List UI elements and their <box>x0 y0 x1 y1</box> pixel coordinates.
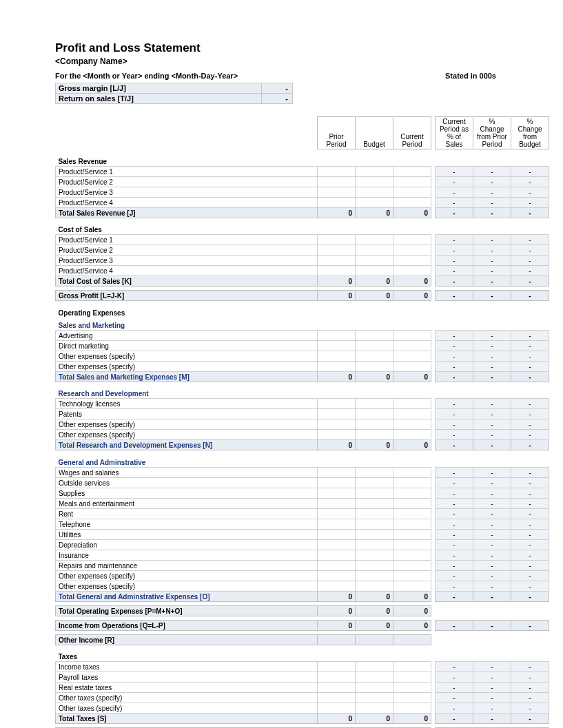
cell: 0 <box>356 714 393 724</box>
cell <box>393 550 431 560</box>
cell <box>356 560 393 570</box>
cell: - <box>511 340 549 351</box>
cell: 0 <box>393 591 431 601</box>
cell: - <box>473 419 511 430</box>
cell: 0 <box>318 291 356 301</box>
cell: 0 <box>318 207 356 218</box>
cell <box>356 467 393 477</box>
cell <box>318 245 356 256</box>
cell <box>393 187 431 197</box>
section-header: Operating Expenses <box>56 305 549 318</box>
row-label: Wages and salaries <box>56 467 318 477</box>
cell <box>393 508 431 519</box>
total-label: Income from Operations [Q=L-P] <box>56 620 318 630</box>
row-label: Utilities <box>56 529 318 539</box>
cell <box>318 683 356 693</box>
cell <box>318 550 356 560</box>
cell <box>393 693 431 703</box>
cell: - <box>473 176 511 187</box>
cell: - <box>436 399 473 409</box>
cell: 0 <box>318 440 356 450</box>
cell <box>356 256 393 266</box>
cell <box>393 498 431 508</box>
col-pct-budget: % Change from Budget <box>511 117 549 149</box>
cell: - <box>473 399 511 409</box>
cell: - <box>436 340 473 351</box>
cell <box>356 683 393 693</box>
period-line: For the <Month or Year> ending <Month-Da… <box>55 72 238 80</box>
cell: - <box>511 166 549 176</box>
row-label: Income taxes <box>56 662 318 672</box>
cell <box>393 488 431 498</box>
cell <box>318 508 356 519</box>
col-pct-sales: Current Period as % of Sales <box>436 117 473 149</box>
cell: - <box>473 467 511 477</box>
cell: - <box>473 508 511 519</box>
cell <box>356 539 393 550</box>
cell: - <box>436 430 473 440</box>
cell: - <box>473 166 511 176</box>
page-title: Profit and Loss Statement <box>55 41 508 55</box>
cell <box>356 409 393 419</box>
cell: - <box>473 560 511 570</box>
row-label: Advertising <box>56 330 318 340</box>
cell: - <box>511 399 549 409</box>
cell <box>356 550 393 560</box>
cell: - <box>436 591 473 601</box>
cell <box>393 399 431 409</box>
cell <box>393 467 431 477</box>
cell: - <box>473 197 511 207</box>
section-header: Taxes <box>56 649 549 662</box>
row-label: Product/Service 2 <box>56 176 318 187</box>
cell: - <box>436 207 473 218</box>
cell: - <box>473 187 511 197</box>
cell: 0 <box>356 207 393 218</box>
cell: - <box>511 440 549 450</box>
cell <box>356 662 393 672</box>
cell <box>318 361 356 371</box>
cell <box>356 672 393 683</box>
cell <box>318 662 356 672</box>
section-header: Research and Development <box>56 386 549 399</box>
return-on-sales-value: - <box>261 94 292 103</box>
cell: - <box>511 235 549 245</box>
cell <box>356 477 393 488</box>
cell: - <box>511 508 549 519</box>
cell: 0 <box>318 605 356 616</box>
cell: - <box>511 672 549 683</box>
row-label: Other taxes (specify) <box>56 703 318 714</box>
cell: - <box>436 519 473 529</box>
cell <box>356 488 393 498</box>
cell <box>393 340 431 351</box>
cell: - <box>436 197 473 207</box>
row-label: Product/Service 3 <box>56 256 318 266</box>
cell <box>356 266 393 276</box>
total-label: Total General and Adminstrative Expenses… <box>56 591 318 601</box>
cell: 0 <box>318 620 356 630</box>
cell: 0 <box>356 440 393 450</box>
total-label: Total Sales Revenue [J] <box>56 207 318 218</box>
cell: - <box>436 672 473 683</box>
row-label: Technology licenses <box>56 399 318 409</box>
cell <box>356 351 393 361</box>
total-label: Total Research and Development Expenses … <box>56 440 318 450</box>
row-label: Product/Service 3 <box>56 187 318 197</box>
cell <box>356 634 393 645</box>
cell: 0 <box>393 291 431 301</box>
cell: - <box>436 245 473 256</box>
cell: - <box>511 570 549 581</box>
cell: - <box>473 361 511 371</box>
cell: - <box>511 361 549 371</box>
gross-margin-value: - <box>261 83 292 93</box>
cell <box>318 498 356 508</box>
cell: - <box>436 266 473 276</box>
cell: 0 <box>318 371 356 382</box>
cell: - <box>473 550 511 560</box>
section-header: General and Adminstrative <box>56 455 549 468</box>
summary-metrics: Gross margin [L/J] - Return on sales [T/… <box>55 83 293 104</box>
cell: - <box>473 371 511 382</box>
row-label: Other expenses (specify) <box>56 570 318 581</box>
cell <box>356 330 393 340</box>
cell: - <box>473 539 511 550</box>
cell: - <box>436 683 473 693</box>
